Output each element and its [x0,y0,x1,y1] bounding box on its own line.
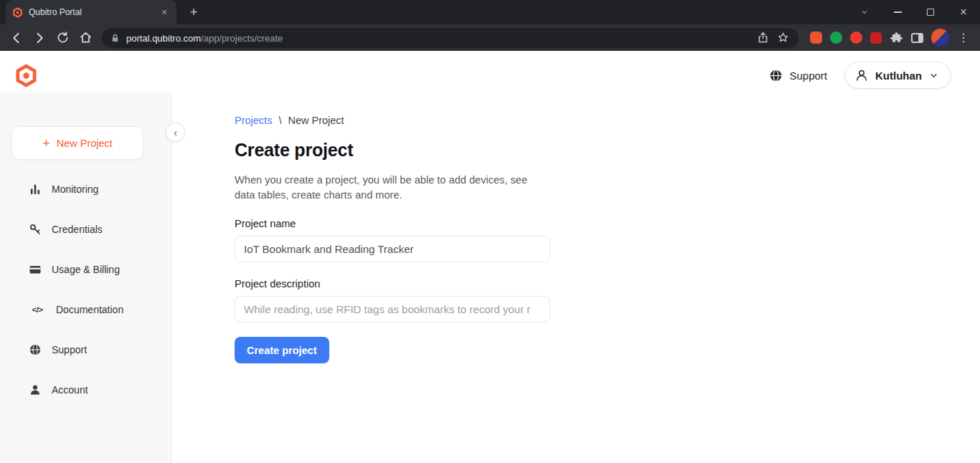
tab-close-icon[interactable]: × [159,6,170,18]
url-host: portal.qubitro.com [126,33,201,44]
extensions-row: ⋮ [806,29,974,47]
credit-card-icon [29,263,42,276]
support-globe-icon [769,69,783,82]
app-body: + New Project Monitoring [0,92,980,463]
extension-red-icon[interactable] [850,32,862,44]
create-project-button[interactable]: Create project [235,337,329,363]
header-support-label: Support [789,70,827,82]
address-bar[interactable]: portal.qubitro.com/app/projects/create [102,28,798,48]
project-description-label: Project description [235,278,980,290]
new-tab-button[interactable]: + [185,4,202,20]
main-content: Projects \ New Project Create project Wh… [172,92,980,463]
window-chevron-icon[interactable] [848,0,881,24]
forward-button[interactable] [29,28,50,48]
sidebar-item-account[interactable]: Account [0,370,171,410]
browser-profile-avatar[interactable] [931,29,949,47]
sidebar-item-label: Documentation [56,304,123,315]
browser-menu-icon[interactable]: ⋮ [957,31,970,44]
chevron-down-icon [928,70,939,81]
browser-tab-strip: Qubitro Portal × + × [0,0,980,24]
qubitro-favicon-icon [12,7,23,18]
lock-icon [110,33,120,43]
sidebar-item-documentation[interactable]: </> Documentation [0,290,171,330]
window-minimize-button[interactable] [881,0,914,24]
sidebar-item-support[interactable]: Support [0,330,171,370]
screen: Qubitro Portal × + × [0,0,980,463]
sidebar: + New Project Monitoring [0,92,172,463]
tab-title: Qubitro Portal [29,7,153,17]
project-description-input[interactable] [235,296,550,323]
app-header: Support Kutluhan [0,51,980,92]
sidebar-item-usage-billing[interactable]: Usage & Billing [0,249,171,290]
window-controls: × [848,0,980,24]
breadcrumb: Projects \ New Project [235,115,980,126]
breadcrumb-current: New Project [288,115,344,126]
user-name: Kutluhan [875,70,922,82]
project-name-label: Project name [235,218,980,229]
breadcrumb-separator: \ [278,115,281,126]
sidebar-collapse-button[interactable]: ‹ [166,123,185,142]
back-button[interactable] [6,28,27,48]
sidebar-item-monitoring[interactable]: Monitoring [0,169,171,209]
url-text: portal.qubitro.com/app/projects/create [126,32,283,44]
page-title: Create project [235,140,980,161]
plus-icon: + [42,137,50,150]
window-close-button[interactable]: × [947,0,980,24]
sidebar-item-label: Credentials [52,224,103,235]
breadcrumb-projects-link[interactable]: Projects [235,115,272,126]
extension-orange-icon[interactable] [810,32,822,44]
qubitro-logo-icon[interactable] [14,64,38,87]
bar-chart-icon [29,183,42,196]
sidebar-item-label: Usage & Billing [52,264,120,275]
extension-red-square-icon[interactable] [870,32,882,44]
sidebar-item-label: Account [52,384,88,396]
sidebar-item-credentials[interactable]: Credentials [0,209,171,249]
bookmark-star-icon[interactable] [776,31,790,44]
globe-icon [29,343,42,356]
user-menu[interactable]: Kutluhan [844,62,951,89]
side-panel-icon[interactable] [911,33,923,43]
key-icon [29,223,42,236]
new-project-label: New Project [57,138,113,149]
home-button[interactable] [75,28,96,48]
share-icon[interactable] [756,31,770,44]
url-path: /app/projects/create [201,33,283,44]
extensions-puzzle-icon[interactable] [890,31,903,44]
new-project-button[interactable]: + New Project [11,126,143,160]
sidebar-item-label: Support [52,344,87,355]
reload-button[interactable] [52,28,73,48]
browser-toolbar: portal.qubitro.com/app/projects/create [0,24,980,51]
sidebar-item-label: Monitoring [52,183,98,195]
qubitro-app: Support Kutluhan + Ne [0,51,980,463]
sidebar-nav: Monitoring Credentials [0,169,171,410]
window-maximize-button[interactable] [914,0,947,24]
code-icon: </> [29,303,46,316]
user-icon [854,68,869,82]
extension-green-icon[interactable] [830,32,842,44]
header-support-link[interactable]: Support [769,69,827,82]
project-name-input[interactable] [235,236,550,262]
browser-tab[interactable]: Qubitro Portal × [6,0,176,24]
page-description: When you create a project, you will be a… [235,173,545,202]
person-icon [29,383,42,396]
